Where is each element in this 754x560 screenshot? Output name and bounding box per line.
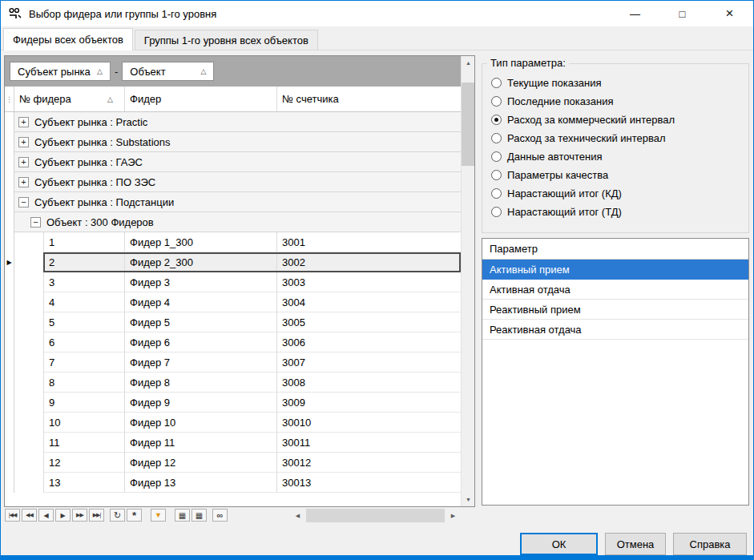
ok-button[interactable]: ОК bbox=[520, 533, 598, 555]
table-row[interactable]: 10Фидер 1030010 bbox=[5, 413, 461, 433]
cell[interactable]: 3002 bbox=[277, 252, 461, 272]
append-button[interactable]: * bbox=[127, 509, 142, 522]
param-list-item[interactable]: Активная отдача bbox=[482, 280, 748, 300]
table-row[interactable]: 4Фидер 43004 bbox=[5, 292, 461, 312]
param-list-item[interactable]: Активный прием bbox=[482, 260, 748, 280]
cell[interactable]: 4 bbox=[43, 292, 125, 312]
cell[interactable]: Фидер 6 bbox=[125, 332, 277, 353]
last-button[interactable]: ▶▶| bbox=[89, 509, 104, 522]
table-row[interactable]: 13Фидер 1330013 bbox=[5, 473, 461, 493]
cell[interactable]: 7 bbox=[43, 353, 125, 373]
tab-feeders[interactable]: Фидеры всех объектов bbox=[3, 28, 133, 50]
cell[interactable]: Фидер 4 bbox=[125, 292, 277, 312]
filter-button[interactable]: ▼ bbox=[151, 509, 166, 522]
cell[interactable]: Фидер 2_300 bbox=[125, 252, 277, 272]
cell[interactable]: 3008 bbox=[277, 373, 461, 393]
radio-option[interactable]: Расход за технический интервал bbox=[491, 129, 740, 147]
minimize-button[interactable]: — bbox=[611, 1, 659, 26]
cell[interactable]: Фидер 8 bbox=[125, 373, 277, 393]
refresh-button[interactable]: ↻ bbox=[110, 509, 125, 522]
table-row[interactable]: 5Фидер 53005 bbox=[5, 312, 461, 332]
cancel-button[interactable]: Отмена bbox=[605, 533, 666, 555]
next-page-button[interactable]: ▶▶ bbox=[72, 509, 87, 522]
table-row[interactable]: 11Фидер 1130011 bbox=[5, 433, 461, 453]
search-button[interactable]: ∞ bbox=[212, 509, 228, 522]
cell[interactable]: 9 bbox=[43, 393, 125, 413]
vertical-scrollbar[interactable]: ▲ ▼ bbox=[461, 56, 474, 506]
param-list-item[interactable]: Реактивный прием bbox=[482, 300, 748, 320]
scrollbar-track[interactable] bbox=[304, 509, 446, 522]
prior-page-button[interactable]: ◀◀ bbox=[22, 509, 37, 522]
radio-option[interactable]: Расход за коммерческий интервал bbox=[491, 111, 740, 129]
param-list-item[interactable]: Реактивная отдача bbox=[482, 320, 748, 340]
group-field-object[interactable]: Объект △ bbox=[122, 62, 214, 81]
scroll-left-button[interactable]: ◀ bbox=[291, 509, 304, 522]
cell[interactable]: 30010 bbox=[277, 413, 461, 433]
cell[interactable]: Фидер 5 bbox=[125, 312, 277, 332]
table-row[interactable]: ▶2Фидер 2_3003002 bbox=[5, 252, 461, 272]
cell[interactable]: Фидер 7 bbox=[125, 353, 277, 373]
group-row[interactable]: +Субъект рынка : ГАЭС bbox=[5, 152, 461, 172]
scroll-up-button[interactable]: ▲ bbox=[462, 56, 475, 70]
cell[interactable]: 1 bbox=[43, 232, 125, 252]
maximize-button[interactable]: □ bbox=[659, 1, 706, 26]
tab-level1-groups[interactable]: Группы 1-го уровня всех объектов bbox=[135, 30, 318, 50]
scrollbar-thumb[interactable] bbox=[306, 509, 445, 522]
add-record-button[interactable]: ▦ bbox=[175, 509, 190, 522]
copy-record-button[interactable]: ▦ bbox=[192, 509, 207, 522]
table-row[interactable]: 6Фидер 63006 bbox=[5, 332, 461, 353]
cell[interactable]: 30011 bbox=[277, 433, 461, 453]
cell[interactable]: 3003 bbox=[277, 272, 461, 292]
collapse-icon[interactable]: − bbox=[30, 217, 41, 228]
scrollbar-track[interactable] bbox=[462, 70, 474, 493]
radio-option[interactable]: Последние показания bbox=[491, 92, 740, 111]
radio-option[interactable]: Параметры качества bbox=[491, 166, 740, 184]
cell[interactable]: 12 bbox=[43, 453, 125, 473]
table-row[interactable]: 8Фидер 83008 bbox=[5, 373, 461, 393]
table-row[interactable]: 12Фидер 1230012 bbox=[5, 453, 461, 473]
cell[interactable]: 3001 bbox=[277, 232, 461, 252]
cell[interactable]: 3005 bbox=[277, 312, 461, 332]
next-button[interactable]: ▶ bbox=[55, 509, 71, 522]
group-field-market-subject[interactable]: Субъект рынка △ bbox=[10, 62, 111, 81]
cell[interactable]: 30013 bbox=[277, 473, 461, 493]
cell[interactable]: Фидер 11 bbox=[125, 433, 277, 453]
cell[interactable]: Фидер 12 bbox=[125, 453, 277, 473]
cell[interactable]: 3009 bbox=[277, 393, 461, 413]
scrollbar-thumb[interactable] bbox=[462, 83, 474, 166]
expand-icon[interactable]: + bbox=[18, 117, 29, 127]
group-row[interactable]: +Субъект рынка : Practic bbox=[5, 112, 461, 132]
scroll-right-button[interactable]: ▶ bbox=[446, 509, 460, 522]
cell[interactable]: Фидер 10 bbox=[125, 413, 277, 433]
cell[interactable]: 5 bbox=[43, 312, 125, 332]
horizontal-scrollbar[interactable]: ◀ ▶ bbox=[291, 509, 460, 522]
close-button[interactable]: × bbox=[706, 1, 753, 26]
column-header-feeder[interactable]: Фидер bbox=[125, 87, 277, 111]
cell[interactable]: 3006 bbox=[277, 332, 461, 353]
column-header-meter-number[interactable]: № счетчика bbox=[277, 87, 461, 111]
column-header-feeder-number[interactable]: № фидера △ bbox=[14, 87, 125, 111]
expand-icon[interactable]: + bbox=[18, 157, 29, 167]
cell[interactable]: 6 bbox=[43, 332, 125, 353]
group-row[interactable]: −Субъект рынка : Подстанции bbox=[5, 192, 461, 212]
group-row[interactable]: +Субъект рынка : Substations bbox=[5, 132, 461, 152]
cell[interactable]: Фидер 9 bbox=[125, 393, 277, 413]
first-button[interactable]: |◀◀ bbox=[5, 509, 20, 522]
radio-option[interactable]: Текущие показания bbox=[491, 74, 740, 92]
collapse-icon[interactable]: − bbox=[18, 197, 29, 207]
radio-option[interactable]: Данные авточтения bbox=[491, 147, 740, 166]
cell[interactable]: 3004 bbox=[277, 292, 461, 312]
cell[interactable]: Фидер 13 bbox=[125, 473, 277, 493]
table-row[interactable]: 7Фидер 73007 bbox=[5, 353, 461, 373]
cell[interactable]: 10 bbox=[43, 413, 125, 433]
cell[interactable]: 30012 bbox=[277, 453, 461, 473]
cell[interactable]: Фидер 1_300 bbox=[125, 232, 277, 252]
cell[interactable]: 3007 bbox=[277, 353, 461, 373]
cell[interactable]: 2 bbox=[43, 252, 125, 272]
radio-option[interactable]: Нарастающий итог (ТД) bbox=[491, 203, 740, 221]
expand-icon[interactable]: + bbox=[18, 137, 29, 147]
table-row[interactable]: 9Фидер 93009 bbox=[5, 393, 461, 413]
radio-option[interactable]: Нарастающий итог (КД) bbox=[491, 184, 740, 203]
scroll-down-button[interactable]: ▼ bbox=[462, 493, 475, 506]
table-row[interactable]: 1Фидер 1_3003001 bbox=[5, 232, 461, 252]
